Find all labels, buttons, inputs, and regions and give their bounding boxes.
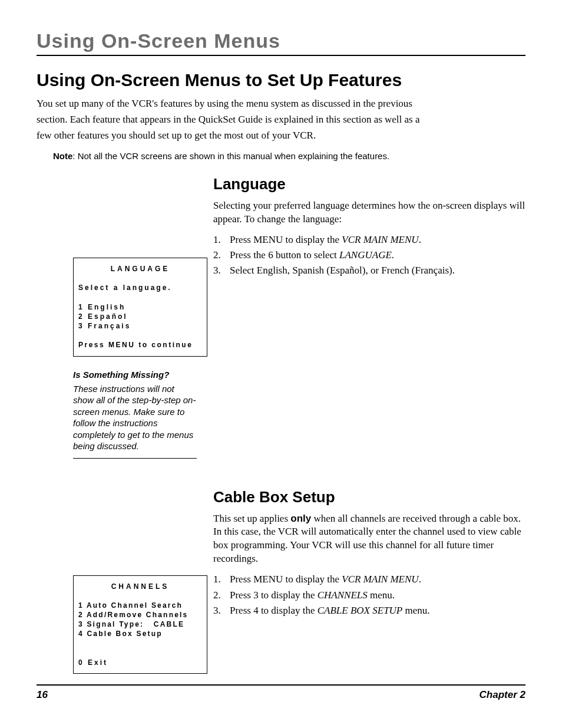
step: 3. Select English, Spanish (Español), or… — [213, 263, 525, 278]
step-italic: LANGUAGE — [339, 249, 392, 261]
screen-prompt: Select a language. — [78, 283, 202, 292]
step-text: Press 3 to display the — [230, 589, 318, 601]
cable-right-column: Cable Box Setup This set up applies only… — [213, 488, 525, 674]
screen-option: 4 Cable Box Setup — [78, 629, 202, 638]
step-number: 1. — [213, 572, 230, 587]
step-post: . — [392, 249, 394, 261]
language-section: LANGUAGE Select a language. 1 English 2 … — [37, 175, 525, 459]
page: Using On-Screen Menus Using On-Screen Me… — [0, 0, 562, 728]
language-left-column: LANGUAGE Select a language. 1 English 2 … — [37, 175, 213, 459]
page-number: 16 — [37, 689, 48, 701]
step-italic: CHANNELS — [318, 589, 368, 601]
screen-option: 3 Signal Type: CABLE — [78, 620, 202, 629]
screen-title: LANGUAGE — [78, 264, 202, 274]
intro-line: few other features you should set up to … — [37, 129, 449, 143]
cable-body-pre: This set up applies — [213, 513, 290, 524]
step: 1. Press MENU to display the VCR MAIN ME… — [213, 572, 525, 587]
step-post: menu. — [368, 589, 395, 601]
intro-line: section. Each feature that appears in th… — [37, 113, 449, 127]
cable-steps: 1. Press MENU to display the VCR MAIN ME… — [213, 572, 525, 618]
step-post: menu. — [402, 605, 429, 616]
step-number: 2. — [213, 248, 230, 263]
step-number: 2. — [213, 588, 230, 603]
channels-screen: CHANNELS 1 Auto Channel Search 2 Add/Rem… — [73, 575, 207, 674]
step-italic: CABLE BOX SETUP — [318, 605, 403, 616]
note-text: : Not all the VCR screens are shown in t… — [72, 151, 389, 161]
screen-option: 2 Add/Remove Channels — [78, 610, 202, 620]
screen-footer: 0 Exit — [78, 658, 202, 667]
cable-section: CHANNELS 1 Auto Channel Search 2 Add/Rem… — [37, 488, 525, 674]
step: 3. Press 4 to display the CABLE BOX SETU… — [213, 603, 525, 618]
step: 2. Press the 6 button to select LANGUAGE… — [213, 248, 525, 263]
page-footer: 16 Chapter 2 — [37, 684, 525, 701]
step-number: 3. — [213, 263, 230, 278]
note-label: Note — [53, 151, 72, 161]
cable-heading: Cable Box Setup — [213, 488, 525, 506]
sidenote-body: These instructions will not show all of … — [73, 383, 197, 459]
intro-paragraph: You set up many of the VCR's features by… — [37, 97, 449, 143]
step-text: Press 4 to display the — [230, 605, 318, 616]
language-right-column: Language Selecting your preferred langua… — [213, 175, 525, 459]
chapter-label: Chapter 2 — [480, 689, 525, 701]
screen-option: 3 Français — [78, 321, 202, 331]
cable-body: This set up applies only when all channe… — [213, 512, 525, 566]
language-steps: 1. Press MENU to display the VCR MAIN ME… — [213, 232, 525, 279]
screen-option: 1 English — [78, 302, 202, 312]
step-text: Press MENU to display the — [230, 234, 342, 245]
step-number: 3. — [213, 603, 230, 618]
screen-title: CHANNELS — [78, 582, 202, 591]
step-post: . — [419, 234, 421, 245]
running-head: Using On-Screen Menus — [37, 29, 525, 56]
language-body: Selecting your preferred language determ… — [213, 199, 525, 226]
language-heading: Language — [213, 175, 525, 193]
step: 2. Press 3 to display the CHANNELS menu. — [213, 588, 525, 603]
cable-body-bold: only — [290, 513, 311, 524]
step-italic: VCR MAIN MENU — [342, 574, 418, 585]
screen-option: 1 Auto Channel Search — [78, 601, 202, 610]
intro-line: You set up many of the VCR's features by… — [37, 97, 449, 111]
step-text: Select English, Spanish (Español), or Fr… — [230, 265, 455, 276]
screen-option: 2 Español — [78, 312, 202, 321]
section-title: Using On-Screen Menus to Set Up Features — [37, 70, 525, 90]
step-text: Press the 6 button to select — [230, 249, 339, 261]
step-italic: VCR MAIN MENU — [342, 234, 418, 245]
step-text: Press MENU to display the — [230, 574, 342, 585]
note: Note: Not all the VCR screens are shown … — [53, 151, 525, 161]
screen-footer: Press MENU to continue — [78, 340, 202, 350]
sidenote-title: Is Something Missing? — [73, 370, 213, 380]
language-screen: LANGUAGE Select a language. 1 English 2 … — [73, 258, 207, 357]
step-number: 1. — [213, 232, 230, 248]
step: 1. Press MENU to display the VCR MAIN ME… — [213, 232, 525, 248]
step-post: . — [419, 574, 421, 585]
cable-left-column: CHANNELS 1 Auto Channel Search 2 Add/Rem… — [37, 488, 213, 674]
